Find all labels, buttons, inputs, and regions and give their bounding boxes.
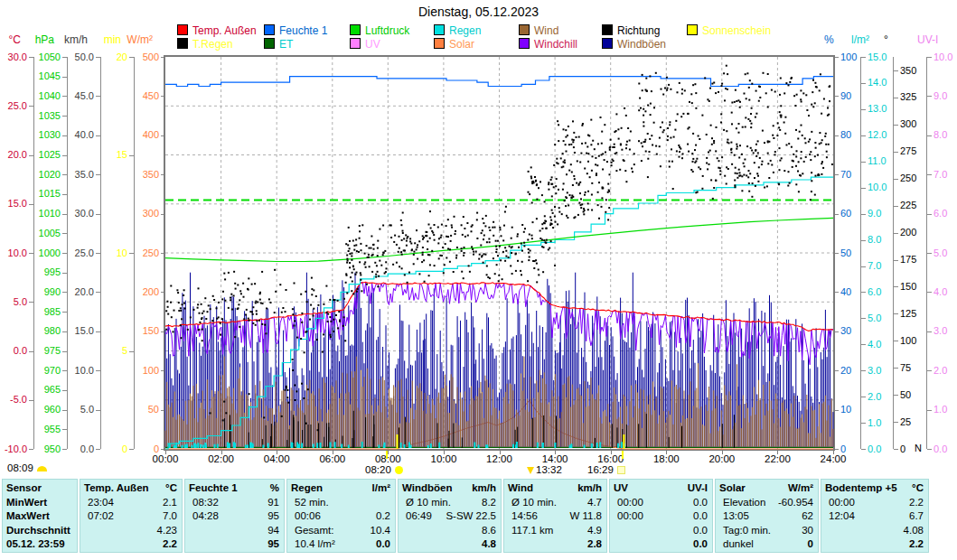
table-row-label-text: MinWert — [6, 496, 47, 509]
table-data-row: 4.8 — [399, 537, 501, 551]
table-data-row: 2.2 — [80, 537, 182, 551]
cell-value: 10.4 — [371, 524, 390, 537]
table-data-row: 08:3291 — [185, 496, 284, 509]
axis-tick — [894, 260, 898, 261]
cell-value: -60.954 — [778, 496, 813, 509]
cell-value: 2.8 — [587, 537, 602, 551]
table-data-row: 07:027.0 — [80, 509, 182, 523]
table-data-row: 00:002.2 — [821, 496, 928, 509]
table-data-row: dunkel0 — [716, 537, 818, 551]
axis-tick — [894, 179, 898, 180]
axis-tick — [861, 397, 866, 397]
axis-tick-label: 20.0 — [49, 287, 94, 297]
table-data-row: 10.4 l/m²0.0 — [287, 537, 395, 551]
axis-tick — [927, 174, 932, 175]
axis-tick-label: 50 — [900, 390, 945, 400]
x-axis-tick — [666, 451, 667, 454]
axis-tick-label: 5.0 — [0, 297, 27, 307]
first-sun-marker: 08:20 — [365, 464, 403, 475]
legend-label: Sonnenschein — [702, 24, 771, 37]
axis-tick — [96, 214, 100, 215]
axis-tick — [96, 135, 100, 136]
sun-axis-tick — [622, 451, 624, 459]
cell-label: 00:06 — [295, 509, 321, 523]
axis-tick-label: 1045 — [15, 71, 61, 81]
axis-tick-label: 45.0 — [49, 91, 94, 101]
axis-tick — [96, 174, 100, 175]
cell-label: dunkel — [723, 537, 754, 551]
axis-tick-label: 400 — [114, 130, 159, 140]
legend-swatch — [602, 38, 613, 49]
legend-label: Regen — [449, 24, 481, 37]
axis-tick — [96, 331, 100, 332]
cell-value: 0.2 — [376, 509, 390, 523]
legend-swatch — [519, 38, 530, 49]
table-panel-header: Windkm/h — [504, 481, 606, 495]
axis-tick-label: 7.0 — [934, 170, 957, 180]
axis-tick — [894, 422, 898, 423]
axis-tick — [861, 214, 866, 215]
table-data-row: 4.08 — [821, 524, 928, 537]
axis-tick-label: 975 — [15, 346, 61, 356]
cell-label: Tag:0 min. — [723, 524, 771, 537]
axis-tick — [894, 313, 898, 314]
page-title: Dienstag, 05.12.2023 — [0, 5, 957, 19]
axis-tick — [927, 292, 932, 293]
legend-item-feuchte-1: Feuchte 1 — [264, 24, 327, 36]
x-axis-tick — [221, 451, 222, 454]
axis-tick — [894, 125, 898, 126]
table-data-row: 2.2 — [821, 537, 928, 551]
x-axis-tick — [444, 451, 445, 454]
table-data-row: 95 — [185, 537, 284, 551]
table-data-row: 13:0562 — [716, 509, 818, 523]
axis-tick — [894, 449, 898, 450]
cell-value: 4.7 — [587, 496, 602, 509]
cell-value: 8.6 — [482, 524, 496, 537]
axis-tick — [861, 83, 866, 84]
table-panel-header: Temp. Außen°C — [80, 481, 182, 495]
legend-item-et: ET — [264, 38, 293, 50]
axis-tick-label: 0 — [114, 444, 159, 454]
table-panel-header: Feuchte 1% — [185, 481, 284, 495]
axis-tick-label: 15.0 — [0, 199, 27, 209]
axis-tick — [927, 449, 932, 450]
x-axis-label: 04:00 — [254, 453, 299, 464]
x-axis-tick — [555, 451, 556, 454]
axis-tick-label: 200 — [114, 287, 159, 297]
sensor-name: Feuchte 1 — [189, 481, 238, 495]
x-axis-label: 12:00 — [477, 453, 522, 464]
cell-label: Gesamt: — [295, 524, 333, 537]
axis-tick — [861, 370, 866, 371]
table-panel-regen: Regenl/m²52 min.00:060.2Gesamt:10.410.4 … — [286, 479, 396, 553]
axis-tick — [894, 286, 898, 287]
cell-value: 94 — [267, 524, 279, 537]
axis-tick-label: 50 — [840, 248, 886, 258]
axis-tick — [96, 96, 100, 97]
table-row-label: Sensor — [3, 481, 77, 495]
axis-tick — [62, 155, 67, 156]
weather-station-day-chart: Dienstag, 05.12.2023 Temp. AußenFeuchte … — [0, 0, 957, 560]
table-data-row: Elevation-60.954 — [716, 496, 818, 509]
cell-value: 6.7 — [909, 509, 924, 523]
cell-value: 0.0 — [693, 509, 708, 523]
axis-tick-label: 955 — [15, 425, 61, 434]
axis-tick-label: 5.0 — [934, 248, 957, 258]
axis-tick — [29, 204, 33, 205]
axis-tick-label: 1005 — [15, 229, 61, 238]
axis-tick-label: 25.0 — [0, 101, 27, 111]
axis-tick — [927, 96, 932, 97]
axis-tick — [861, 423, 866, 424]
legend-item-windb-en: Windböen — [602, 38, 666, 50]
axis-tick-label: 300 — [900, 119, 945, 129]
axis-tick — [62, 77, 67, 78]
axis-tick-label: -5.0 — [0, 395, 27, 405]
sensor-name: Regen — [291, 481, 323, 495]
axis-tick — [29, 400, 33, 401]
arrow-down-icon — [527, 467, 534, 474]
axis-tick-label: 8.0 — [934, 130, 957, 140]
cell-value: 2.2 — [909, 537, 924, 551]
table-data-row: 00:060.2 — [287, 509, 395, 523]
legend-label: Feuchte 1 — [279, 24, 327, 37]
axis-tick-label: 30.0 — [49, 209, 94, 219]
axis-tick — [129, 155, 134, 156]
